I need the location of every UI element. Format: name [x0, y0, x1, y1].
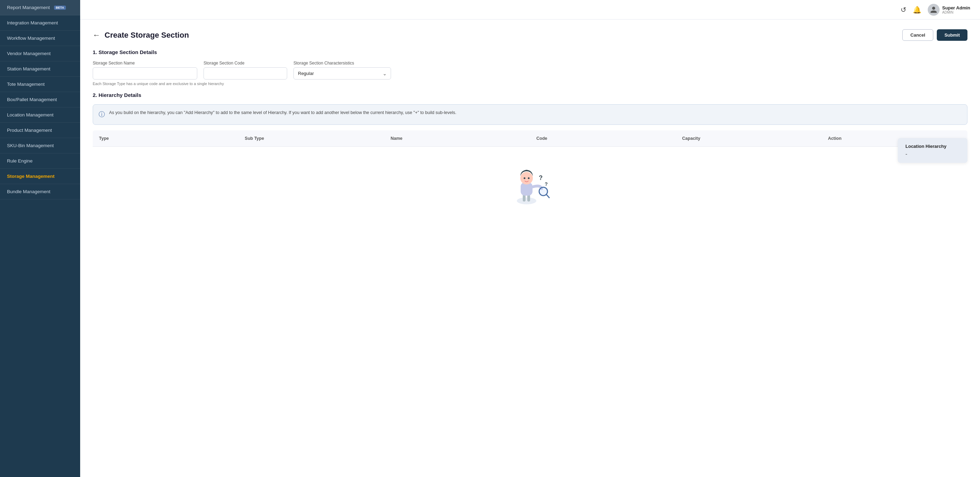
storage-section-name-label: Storage Section Name	[93, 61, 197, 65]
sidebar-item-location-management[interactable]: Location Management	[0, 107, 80, 123]
hierarchy-table: TypeSub TypeNameCodeCapacityAction	[93, 131, 967, 213]
back-button[interactable]: ←	[93, 31, 100, 40]
cancel-button[interactable]: Cancel	[902, 29, 933, 41]
storage-section-char-group: Storage Section Charactersistics Regular…	[293, 61, 391, 80]
col-type: Type	[93, 134, 239, 143]
info-icon: ⓘ	[99, 110, 105, 120]
user-info: Super Admin ADMIN	[942, 5, 970, 14]
location-hierarchy-title: Location Hierarchy	[905, 144, 960, 149]
submit-button[interactable]: Submit	[937, 29, 967, 41]
char-select-wrapper: RegularHazardousRefrigerated ⌄	[293, 67, 391, 80]
col-sub-type: Sub Type	[239, 134, 384, 143]
user-role: ADMIN	[942, 10, 970, 14]
page-header-left: ← Create Storage Section	[93, 31, 189, 40]
sidebar-item-station-management[interactable]: Station Management	[0, 61, 80, 77]
form-row-1: Storage Section Name Storage Section Cod…	[93, 61, 967, 80]
sidebar-item-bundle-management[interactable]: Bundle Management	[0, 184, 80, 199]
storage-section-char-label: Storage Section Charactersistics	[293, 61, 391, 65]
storage-section-code-label: Storage Section Code	[204, 61, 287, 65]
svg-point-0	[517, 197, 536, 204]
main-area: ↺ 🔔 Super Admin ADMIN ← Create Storage S…	[80, 0, 980, 477]
sidebar-item-vendor-management[interactable]: Vendor Management	[0, 46, 80, 61]
form-hint: Each Storage Type has a unique code and …	[93, 81, 967, 86]
notification-icon[interactable]: 🔔	[913, 6, 921, 14]
empty-state: ? ?	[93, 147, 967, 213]
col-capacity: Capacity	[676, 134, 821, 143]
user-name: Super Admin	[942, 5, 970, 10]
col-name: Name	[384, 134, 530, 143]
svg-point-4	[520, 172, 533, 185]
avatar	[928, 4, 940, 16]
section-1: 1. Storage Section Details Storage Secti…	[93, 49, 967, 86]
sidebar-item-workflow-management[interactable]: Workflow Management	[0, 31, 80, 46]
info-text: As you build on the hierarchy, you can "…	[109, 110, 456, 116]
sidebar-item-integration-management[interactable]: Integration Management	[0, 15, 80, 31]
char-select[interactable]: RegularHazardousRefrigerated	[293, 67, 391, 80]
info-box: ⓘ As you build on the hierarchy, you can…	[93, 104, 967, 125]
sidebar-item-rule-engine[interactable]: Rule Engine	[0, 153, 80, 169]
user-menu[interactable]: Super Admin ADMIN	[928, 4, 970, 16]
section-2: 2. Hierarchy Details ⓘ As you build on t…	[93, 92, 967, 213]
storage-section-code-group: Storage Section Code	[204, 61, 287, 80]
refresh-icon[interactable]: ↺	[900, 6, 907, 14]
svg-point-5	[524, 177, 525, 179]
empty-illustration: ? ?	[508, 161, 553, 206]
location-hierarchy-card: Location Hierarchy -	[898, 138, 967, 163]
sidebar-item-storage-management[interactable]: Storage Management	[0, 169, 80, 184]
location-hierarchy-value: -	[905, 151, 960, 157]
section1-heading: 1. Storage Section Details	[93, 49, 967, 55]
content-area: ← Create Storage Section Cancel Submit 1…	[80, 19, 980, 477]
col-code: Code	[530, 134, 676, 143]
sidebar-item-sku-bin-management[interactable]: SKU-Bin Management	[0, 138, 80, 153]
storage-section-code-input[interactable]	[204, 67, 287, 80]
sidebar-item-box-pallet-management[interactable]: Box/Pallet Management	[0, 92, 80, 107]
svg-text:?: ?	[539, 174, 542, 181]
header-buttons: Cancel Submit	[902, 29, 967, 41]
page-header: ← Create Storage Section Cancel Submit	[93, 29, 967, 41]
svg-line-8	[546, 195, 549, 198]
storage-section-name-group: Storage Section Name	[93, 61, 197, 80]
sidebar-item-report-management[interactable]: Report ManagementBETA	[0, 0, 80, 15]
svg-point-6	[528, 177, 530, 179]
table-header-row: TypeSub TypeNameCodeCapacityAction	[93, 131, 967, 147]
page-title: Create Storage Section	[105, 31, 189, 40]
sidebar-item-product-management[interactable]: Product Management	[0, 123, 80, 138]
section2-heading: 2. Hierarchy Details	[93, 92, 967, 98]
storage-section-name-input[interactable]	[93, 67, 197, 80]
sidebar: Report ManagementBETAIntegration Managem…	[0, 0, 80, 477]
topbar: ↺ 🔔 Super Admin ADMIN	[80, 0, 980, 19]
svg-text:?: ?	[545, 181, 548, 187]
sidebar-item-tote-management[interactable]: Tote Management	[0, 77, 80, 92]
